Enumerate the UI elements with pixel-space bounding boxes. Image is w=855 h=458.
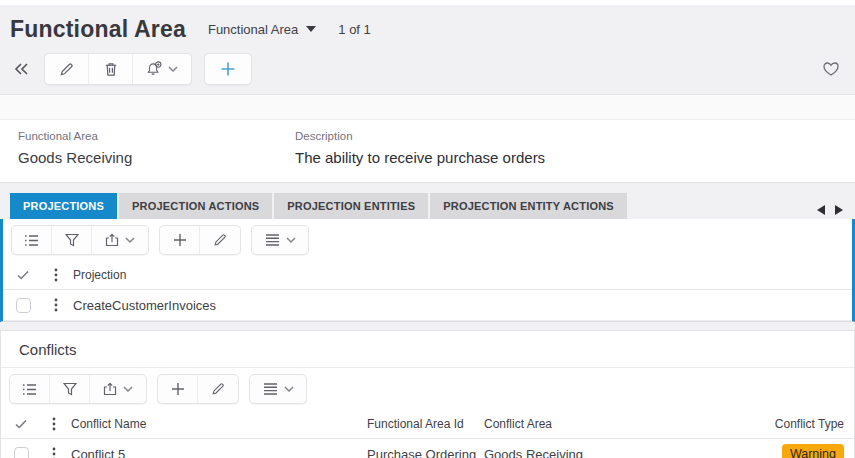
tab-projection-entities[interactable]: PROJECTION ENTITIES — [274, 193, 428, 219]
column-settings-button[interactable] — [252, 226, 308, 254]
collapse-button[interactable] — [10, 58, 34, 80]
delete-button[interactable] — [89, 54, 133, 84]
kebab-vertical-icon — [52, 447, 56, 458]
checkmark-icon — [15, 419, 27, 429]
filter-button[interactable] — [50, 375, 90, 403]
funnel-icon — [65, 233, 79, 247]
conflicts-columns-group — [249, 374, 307, 404]
hamburger-lines-icon — [263, 383, 278, 395]
functional-area-id-column-header[interactable]: Functional Area Id — [367, 417, 484, 431]
pencil-icon — [59, 62, 74, 77]
field-functional-area: Functional Area Goods Receiving — [18, 130, 295, 166]
projections-toolbar — [3, 219, 852, 261]
conflicts-card: Conflicts — [0, 330, 855, 458]
pencil-icon — [213, 233, 227, 247]
header-menu-button[interactable] — [50, 264, 62, 286]
field-description: Description The ability to receive purch… — [295, 130, 545, 166]
record-actions-group — [44, 53, 192, 85]
record-selector-label: Functional Area — [208, 22, 298, 37]
functional-area-label: Functional Area — [18, 130, 295, 142]
conflict-area-cell: Goods Receiving — [484, 447, 734, 458]
conflict-row[interactable]: Conflict 5 Purchase Ordering Goods Recei… — [1, 439, 854, 458]
edit-conflict-button[interactable] — [198, 375, 238, 403]
conflict-type-column-header[interactable]: Conflict Type — [734, 417, 844, 431]
projections-edit-group — [159, 225, 241, 255]
funnel-icon — [63, 382, 77, 396]
column-settings-button[interactable] — [250, 375, 306, 403]
share-arrow-icon — [103, 382, 117, 396]
filter-button[interactable] — [52, 226, 92, 254]
chevron-down-icon — [306, 26, 316, 32]
tabs-bar: PROJECTIONS PROJECTION ACTIONS PROJECTIO… — [0, 193, 855, 219]
description-value: The ability to receive purchase orders — [295, 149, 545, 166]
record-selector-dropdown[interactable]: Functional Area — [208, 22, 316, 37]
conflict-type-badge: Warning — [782, 444, 844, 458]
tab-scroll-right-button[interactable] — [835, 205, 843, 215]
double-chevron-left-icon — [14, 62, 30, 76]
conflicts-edit-group — [157, 374, 239, 404]
export-button[interactable] — [90, 375, 146, 403]
conflict-area-column-header[interactable]: Conflict Area — [484, 417, 734, 431]
tab-projection-entity-actions[interactable]: PROJECTION ENTITY ACTIONS — [430, 193, 627, 219]
list-view-button[interactable] — [12, 226, 52, 254]
edit-projection-button[interactable] — [200, 226, 240, 254]
projections-table-header: Projection — [3, 261, 852, 290]
projection-row[interactable]: CreateCustomerInvoices — [3, 290, 852, 321]
row-checkbox[interactable] — [14, 447, 29, 458]
projections-view-group — [11, 225, 149, 255]
projection-column-header[interactable]: Projection — [73, 268, 842, 282]
conflicts-table-header: Conflict Name Functional Area Id Conflic… — [1, 410, 854, 439]
record-count: 1 of 1 — [338, 22, 371, 37]
kebab-vertical-icon — [54, 268, 58, 282]
add-conflict-button[interactable] — [158, 375, 198, 403]
list-view-button[interactable] — [10, 375, 50, 403]
form-group-strip — [0, 95, 855, 120]
projections-columns-group — [251, 225, 309, 255]
conflict-name-column-header[interactable]: Conflict Name — [71, 417, 367, 431]
chevron-down-icon — [286, 237, 296, 243]
conflicts-toolbar — [1, 368, 854, 410]
edit-button[interactable] — [45, 54, 89, 84]
subscribe-button[interactable] — [133, 54, 191, 84]
tab-scroll-left-button[interactable] — [817, 205, 825, 215]
record-form-card: Functional Area Goods Receiving Descript… — [0, 94, 855, 183]
trash-icon — [104, 62, 118, 77]
kebab-vertical-icon — [52, 417, 56, 431]
row-menu-button[interactable] — [48, 443, 60, 458]
conflicts-section-title: Conflicts — [1, 331, 854, 368]
triangle-right-icon — [835, 205, 843, 215]
export-button[interactable] — [92, 226, 148, 254]
list-icon — [22, 383, 37, 396]
row-menu-button[interactable] — [50, 294, 62, 316]
row-checkbox[interactable] — [16, 298, 31, 313]
checkmark-icon — [17, 270, 29, 280]
functional-area-value: Goods Receiving — [18, 149, 295, 166]
conflicts-view-group — [9, 374, 147, 404]
add-record-button[interactable] — [204, 53, 252, 85]
command-toolbar — [10, 52, 845, 86]
chevron-down-icon — [284, 386, 294, 392]
page-title: Functional Area — [10, 16, 186, 43]
share-arrow-icon — [105, 233, 119, 247]
tab-projections[interactable]: PROJECTIONS — [10, 193, 117, 219]
functional-area-id-cell: Purchase Ordering — [367, 447, 484, 458]
chevron-down-icon — [168, 66, 178, 72]
chevron-down-icon — [123, 386, 133, 392]
select-all-button[interactable] — [13, 266, 33, 284]
favorite-button[interactable] — [819, 58, 843, 80]
hamburger-lines-icon — [265, 234, 280, 246]
list-icon — [24, 234, 39, 247]
header-menu-button[interactable] — [48, 413, 60, 435]
plus-icon — [171, 382, 185, 396]
bell-plus-icon — [146, 61, 162, 77]
tab-projection-actions[interactable]: PROJECTION ACTIONS — [119, 193, 272, 219]
add-projection-button[interactable] — [160, 226, 200, 254]
select-all-button[interactable] — [11, 415, 31, 433]
plus-icon — [220, 61, 236, 77]
heart-icon — [823, 62, 839, 76]
conflict-name-cell: Conflict 5 — [71, 447, 367, 458]
triangle-left-icon — [817, 205, 825, 215]
description-label: Description — [295, 130, 545, 142]
kebab-vertical-icon — [54, 298, 58, 312]
plus-icon — [173, 233, 187, 247]
